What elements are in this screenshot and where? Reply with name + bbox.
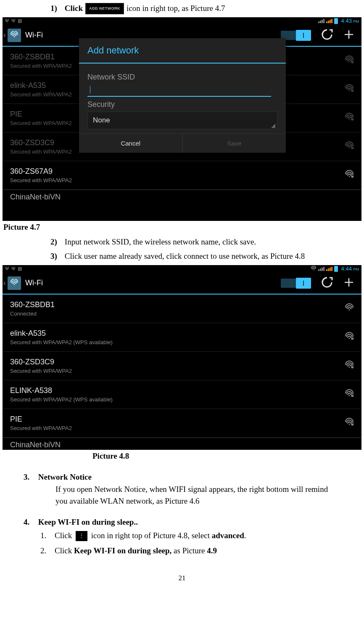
usb-icon: Ψ [5,266,9,271]
signal-1-icon [318,19,324,23]
security-dropdown[interactable]: None [87,112,277,129]
signal-2-icon [326,19,332,23]
wifi-signal-icon [345,389,354,400]
adb-icon: ▧ [18,266,22,271]
wifi-signal-icon [345,84,354,95]
page-number: 21 [0,574,364,582]
caption-4-7: Picture 4.7 [0,221,364,234]
network-row[interactable]: elink-A535Secured with WPA/WPA2 (WPS ava… [3,323,361,352]
wifi-toggle[interactable] [281,279,311,288]
cancel-button[interactable]: Cancel [79,134,182,153]
network-security: Secured with WPA/WPA2 [10,63,72,69]
wifi-signal-icon [345,141,354,152]
back-icon[interactable]: ‹ [3,279,8,287]
section-3: 3. Network Notice [0,473,364,482]
screenshot-4-7: Ψ Ψ ▧ 4:43 PM ‹ Wi-Fi 360 [3,17,361,221]
wifi-signal-icon [345,303,354,314]
network-name: 360-ZSBDB1 [10,53,72,61]
caption-4-8: Picture 4.8 [0,450,364,462]
wifi-signal-icon [345,417,354,428]
usb-icon-2: Ψ [11,18,15,24]
overflow-menu-icon: ⋮ [76,531,87,541]
page-title: Wi-Fi [25,31,43,40]
add-network-badge: ADD NETWORK [85,3,124,15]
clock: 4:44 PM [341,266,359,272]
ssid-input[interactable] [87,84,271,97]
network-row[interactable]: 360-ZSBDB1Connected [3,295,361,323]
add-network-icon[interactable] [343,276,355,290]
refresh-icon[interactable] [321,29,333,42]
instruction-3: 3) Click user name already saved, click … [0,250,364,263]
wifi-status-icon [311,266,317,272]
wifi-app-icon [8,276,21,290]
wifi-signal-icon [345,332,354,343]
status-bar: Ψ Ψ ▧ 4:44 PM [3,265,361,273]
network-row[interactable]: ELINK-A538Secured with WPA/WPA2 (WPS ava… [3,380,361,409]
save-button[interactable]: Save [182,134,286,153]
add-network-dialog: Add network Network SSID Security None C… [79,38,286,153]
security-label: Security [87,100,277,109]
screenshot-4-8: Ψ Ψ ▧ 4:44 PM ‹ Wi-Fi 360-ZSBDB1C [3,265,361,450]
refresh-icon[interactable] [321,276,333,290]
dropdown-triangle-icon [271,124,275,128]
network-row-cut: ChinaNet-biVN [3,438,361,450]
clock: 4:43 PM [341,18,359,24]
section-4: 4. Keep WI-FI on during sleep.. [0,518,364,527]
battery-icon [334,18,338,24]
signal-1-icon [318,267,324,271]
usb-icon-2: Ψ [11,266,15,271]
num: 1) [50,3,57,15]
add-network-icon[interactable] [343,29,355,42]
usb-icon: Ψ [5,18,9,24]
status-bar: Ψ Ψ ▧ 4:43 PM [3,17,361,25]
wifi-signal-icon [345,55,354,66]
page-title: Wi-Fi [25,279,43,287]
network-row[interactable]: 360-ZS67A9Secured with WPA/WPA2 [3,161,361,190]
title-bar: ‹ Wi-Fi [3,273,361,295]
ssid-label: Network SSID [87,73,277,82]
click-word: Click [65,3,83,15]
instruction-2: 2) Input network SSID, the wireless netw… [0,236,364,248]
adb-icon: ▧ [18,18,22,24]
wifi-app-icon [8,29,21,42]
sub-instruction-2: 2. Click Keep WI-FI on during sleep, as … [0,544,364,557]
network-row-cut: ChinaNet-biVN [3,190,361,202]
signal-2-icon [326,267,332,271]
instruction-1: 1) Click ADD NETWORK icon in right top, … [0,3,364,15]
sub-instruction-1: 1. Click ⋮ icon in right top of Picture … [0,529,364,542]
suffix: icon in right top, as Picture 4.7 [127,3,225,15]
network-row[interactable]: PIESecured with WPA/WPA2 [3,409,361,438]
wifi-signal-icon [345,112,354,123]
wifi-signal-icon [345,170,354,181]
wifi-signal-icon [345,360,354,371]
dialog-title: Add network [79,38,286,64]
battery-icon [334,266,338,272]
network-row[interactable]: 360-ZSD3C9Secured with WPA/WPA2 [3,352,361,380]
back-icon[interactable]: ‹ [3,31,8,40]
section-3-body: If you open Network Notice, when WIFI si… [0,483,339,507]
